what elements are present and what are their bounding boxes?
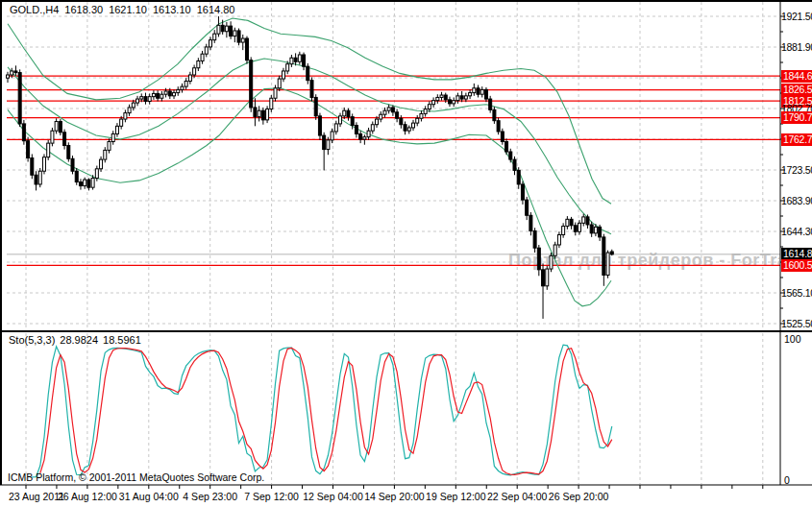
terminal-chart-window: Портал для трейдеров - ForTrade GOLD.,H4… — [0, 0, 812, 507]
chart-canvas[interactable] — [0, 0, 812, 507]
